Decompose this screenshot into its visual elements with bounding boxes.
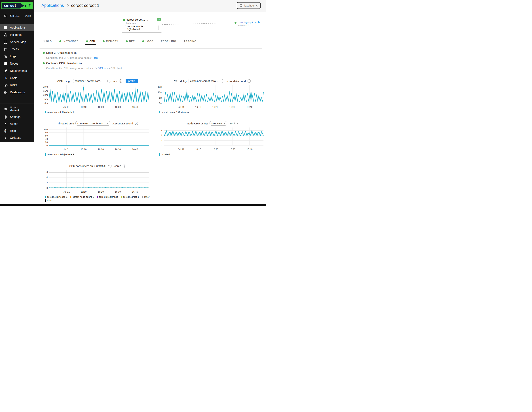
info-icon[interactable]: i: [123, 164, 126, 168]
legend-item[interactable]: other: [142, 196, 150, 198]
upstream-instances-count: instances:1: [238, 24, 249, 26]
upstream-status-dot: [235, 22, 237, 24]
sidebar-item-incidents[interactable]: Incidents: [0, 31, 34, 38]
tab-label: NET: [129, 40, 135, 43]
logo-text: coroot: [4, 4, 17, 8]
tab-tracing[interactable]: TRACING: [183, 38, 198, 45]
legend-item[interactable]: orbstack: [159, 153, 171, 156]
sidebar-item-collapse[interactable]: Collapse: [0, 134, 34, 141]
svg-text:16:30: 16:30: [115, 106, 121, 108]
chart-metric-select[interactable]: container: coroot-coro...: [188, 79, 223, 83]
sidebar-item-costs[interactable]: $Costs: [0, 75, 34, 82]
chart-title: CPU delaycontainer: coroot-coro..., seco…: [153, 78, 266, 84]
svg-text:?: ?: [5, 130, 6, 132]
legend-item[interactable]: coroot-coroot-1@orbstack: [159, 111, 189, 113]
coroot-logo[interactable]: coroot :~#: [1, 2, 33, 9]
legend-item[interactable]: coroot-node-agent-1: [70, 196, 94, 198]
sidebar-item-traces[interactable]: Traces: [0, 46, 34, 53]
sidebar-item-dashboards[interactable]: Dashboards: [0, 89, 34, 96]
instance-menu-icon[interactable]: ⋮: [154, 26, 157, 29]
sidebar-item-logs[interactable]: Logs: [0, 53, 34, 60]
info-icon[interactable]: i: [119, 79, 122, 83]
service-map-app-card[interactable]: coroot-coroot-1 ⋮ :~# instances:1 coroot…: [121, 17, 162, 33]
tab-net[interactable]: NET: [125, 38, 136, 45]
svg-text:2: 2: [47, 181, 48, 184]
chart-metric-select-value: container: coroot-coro...: [75, 80, 102, 83]
chart-metric-select[interactable]: container: coroot-coro...: [76, 121, 110, 125]
tab-instances[interactable]: INSTANCES: [58, 38, 80, 45]
chart-metric-select[interactable]: orbstack: [94, 164, 112, 168]
sidebar-item-label: Risks: [10, 84, 17, 87]
chart-metric-select[interactable]: overview: [209, 121, 227, 125]
chart-title: CPU consumers onorbstack, coresi: [39, 163, 157, 169]
chart-title-suffix: , seconds/second: [225, 80, 246, 83]
svg-text:16:20: 16:20: [98, 106, 104, 108]
sidebar-item-service-map[interactable]: Service Map: [0, 38, 34, 46]
tab-profiling[interactable]: PROFILING: [160, 38, 177, 45]
svg-text:100: 100: [44, 128, 48, 131]
tab-slo[interactable]: SLO: [42, 38, 53, 45]
info-icon[interactable]: i: [135, 122, 138, 125]
svg-text:4: 4: [47, 176, 48, 179]
chart-title-text: Node CPU usage: [187, 122, 208, 125]
chart-title-text: CPU delay: [174, 80, 187, 83]
sidebar-item-label: Settings: [10, 115, 20, 119]
sidebar-item-project[interactable]: Project default: [0, 105, 34, 113]
sidebar-item-risks[interactable]: Risks: [0, 82, 34, 89]
svg-text:16:20: 16:20: [212, 148, 218, 151]
threshold-link[interactable]: 80%: [93, 56, 98, 59]
app-instance-item[interactable]: coroot-coroot-1@orbstack ⋮: [125, 25, 159, 30]
info-icon[interactable]: i: [247, 79, 251, 83]
legend-swatch: [45, 153, 46, 156]
project-name: default: [10, 109, 19, 112]
service-map-upstream-card: coroot-greptimedb instances:1: [233, 20, 262, 27]
svg-text:16:20: 16:20: [98, 148, 104, 151]
sidebar-item-label: Dashboards: [10, 91, 26, 94]
svg-text:16:10: 16:10: [81, 148, 87, 151]
tab-status-dot: [43, 40, 45, 42]
svg-text:0: 0: [47, 144, 48, 147]
upstream-app-link[interactable]: coroot-greptimedb: [238, 21, 260, 24]
svg-text:16:40: 16:40: [247, 106, 253, 108]
tab-memory[interactable]: MEMORY: [102, 38, 119, 45]
legend-item[interactable]: coroot-greptimedb: [97, 196, 118, 198]
chart-legend: coroot-clickhouse-1coroot-node-agent-1co…: [45, 196, 157, 198]
tab-logs[interactable]: LOGS: [141, 38, 154, 45]
svg-text:0: 0: [47, 187, 48, 189]
cloud-bolt-icon: [4, 83, 8, 87]
sidebar-item-applications[interactable]: Applications: [0, 24, 34, 31]
svg-text:15m: 15m: [43, 90, 48, 92]
chart-legend: coroot-coroot-1@orbstack: [45, 111, 157, 113]
legend-item[interactable]: total: [45, 199, 52, 202]
sidebar-item-deployments[interactable]: Deployments: [0, 67, 34, 75]
info-icon[interactable]: i: [234, 122, 238, 125]
svg-text:16:40: 16:40: [247, 148, 253, 151]
chart-throttled-time: Throttled timecontainer: coroot-coro...,…: [39, 121, 157, 156]
dashboards-icon: [4, 90, 8, 94]
legend-item[interactable]: coroot-coroot-1@orbstack: [45, 111, 74, 113]
sidebar-item-settings[interactable]: Settings: [0, 113, 34, 121]
legend-item[interactable]: coroot-clickhouse-1: [45, 196, 67, 198]
tab-cpu[interactable]: CPU: [85, 38, 96, 45]
chart-metric-select-value: orbstack: [96, 164, 106, 167]
svg-text:5m: 5m: [159, 96, 162, 99]
profile-button[interactable]: profile: [126, 79, 138, 83]
svg-text:16:10: 16:10: [195, 148, 201, 151]
legend-item[interactable]: coroot-coroot-1@orbstack: [45, 153, 74, 156]
sidebar-item-nodes[interactable]: Nodes: [0, 60, 34, 67]
chart-metric-select[interactable]: container: coroot-coro...: [73, 79, 108, 83]
chart-title: Throttled timecontainer: coroot-coro...,…: [39, 121, 157, 126]
sidebar-item-label: Collapse: [10, 136, 21, 140]
legend-label: coroot-greptimedb: [99, 196, 118, 198]
sidebar-item-help[interactable]: ?Help: [0, 128, 34, 134]
goto-search[interactable]: Go to... ⌘+k: [0, 13, 34, 19]
sidebar-item-admin[interactable]: Admin: [0, 121, 34, 127]
svg-text:16:40: 16:40: [132, 148, 138, 151]
svg-text:16:40: 16:40: [132, 190, 138, 193]
app-instances-count: instances:1: [126, 22, 138, 25]
app-menu-icon[interactable]: ⋮: [146, 18, 149, 21]
threshold-link[interactable]: 80%: [98, 66, 103, 70]
legend-item[interactable]: coroot-coroot-1: [121, 196, 139, 198]
time-range-picker[interactable]: last hour: [237, 2, 261, 9]
breadcrumb-applications-link[interactable]: Applications: [41, 3, 64, 8]
